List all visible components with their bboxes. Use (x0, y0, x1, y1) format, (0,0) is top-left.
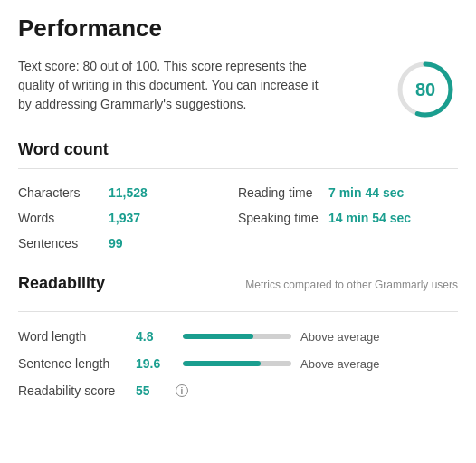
readability-section: Readability Metrics compared to other Gr… (18, 274, 458, 404)
stat-value-speaking-time: 14 min 54 sec (328, 211, 411, 225)
stat-value-words: 1,937 (109, 211, 140, 225)
stat-row-speaking-time: Speaking time 14 min 54 sec (238, 205, 458, 231)
stat-value-reading-time: 7 min 44 sec (328, 185, 404, 200)
readability-row-sentence-length: Sentence length 19.6 Above average (18, 350, 458, 377)
bar-label-word-length: Above average (300, 330, 379, 344)
stat-label-characters: Characters (18, 185, 109, 200)
stat-row-words: Words 1,937 (18, 205, 238, 231)
bar-fill-word-length (183, 334, 253, 339)
stat-row-reading-time: Reading time 7 min 44 sec (238, 180, 458, 205)
info-icon[interactable]: i (176, 384, 188, 397)
score-section: Text score: 80 out of 100. This score re… (18, 57, 458, 122)
readability-bar-word-length: Above average (183, 330, 447, 344)
readability-score-label: Readability score (18, 383, 136, 398)
readability-note: Metrics compared to other Grammarly user… (245, 279, 458, 291)
divider-2 (18, 311, 458, 312)
stat-label-sentences: Sentences (18, 236, 109, 250)
bar-fill-sentence-length (183, 361, 261, 366)
stat-label-speaking-time: Speaking time (238, 211, 328, 225)
bar-track-sentence-length (183, 361, 291, 366)
readability-label-sentence-length: Sentence length (18, 356, 136, 371)
stats-grid: Characters 11,528 Reading time 7 min 44 … (18, 180, 458, 256)
readability-value-sentence-length: 19.6 (136, 356, 172, 371)
score-circle: 80 (393, 57, 458, 122)
bar-track-word-length (183, 334, 291, 339)
word-count-section: Word count Characters 11,528 Reading tim… (18, 140, 458, 256)
readability-score-value: 55 (136, 383, 172, 398)
stat-value-sentences: 99 (109, 236, 123, 250)
bar-label-sentence-length: Above average (300, 357, 379, 371)
readability-value-word-length: 4.8 (136, 329, 172, 344)
readability-row-word-length: Word length 4.8 Above average (18, 323, 458, 350)
readability-title: Readability (18, 274, 105, 293)
score-value: 80 (415, 80, 435, 100)
page-title: Performance (18, 14, 458, 43)
readability-score-row: Readability score 55 i (18, 377, 458, 404)
stat-row-sentences: Sentences 99 (18, 231, 238, 256)
stat-row-characters: Characters 11,528 (18, 180, 238, 205)
stat-label-words: Words (18, 211, 109, 225)
readability-bar-sentence-length: Above average (183, 357, 447, 371)
word-count-title: Word count (18, 140, 458, 159)
readability-label-word-length: Word length (18, 329, 136, 344)
divider-1 (18, 168, 458, 169)
stat-label-reading-time: Reading time (238, 185, 328, 200)
stat-value-characters: 11,528 (109, 185, 148, 200)
score-description: Text score: 80 out of 100. This score re… (18, 57, 326, 114)
readability-header: Readability Metrics compared to other Gr… (18, 274, 458, 302)
